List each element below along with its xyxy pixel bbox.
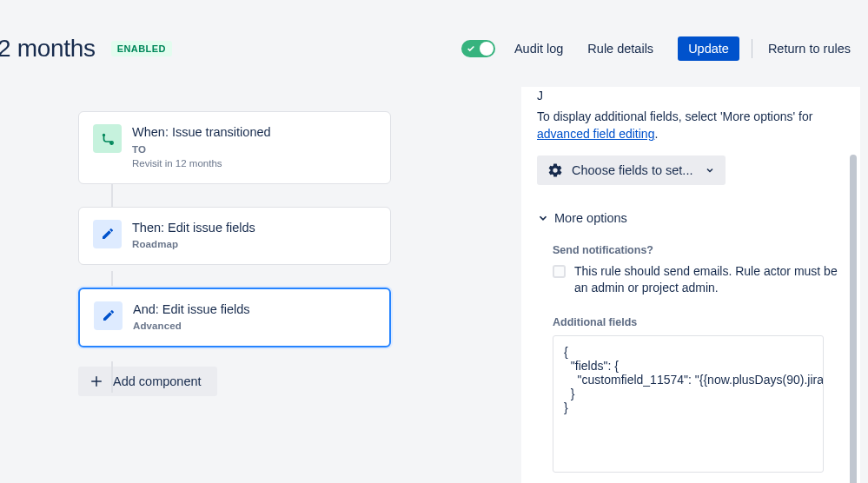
- rule-details-link[interactable]: Rule details: [587, 42, 653, 56]
- rule-chain: When: Issue transitioned TO Revisit in 1…: [78, 111, 391, 396]
- help-suffix: .: [654, 127, 658, 141]
- choose-fields-label: Choose fields to set...: [572, 163, 692, 177]
- trigger-card[interactable]: When: Issue transitioned TO Revisit in 1…: [78, 111, 391, 184]
- divider: [752, 39, 752, 58]
- action-config-panel: J To display additional fields, select '…: [521, 87, 860, 483]
- add-component-button[interactable]: Add component: [78, 367, 217, 396]
- status-badge: ENABLED: [111, 41, 172, 56]
- action-card[interactable]: Then: Edit issue fields Roadmap: [78, 207, 391, 265]
- scrollbar[interactable]: [850, 155, 857, 483]
- trigger-title: When: Issue transitioned: [132, 124, 271, 142]
- help-text: To display additional fields, select 'Mo…: [537, 108, 841, 143]
- gear-icon: [547, 162, 563, 178]
- toggle-knob: [480, 42, 494, 56]
- chevron-down-icon: [537, 212, 549, 224]
- connector: [111, 361, 113, 393]
- audit-log-link[interactable]: Audit log: [514, 42, 563, 56]
- action-sub: Advanced: [133, 320, 250, 334]
- action-title: And: Edit issue fields: [133, 301, 250, 319]
- action-sub: Roadmap: [132, 238, 255, 252]
- additional-fields-textarea[interactable]: { "fields": { "customfield_11574": "{{no…: [553, 335, 824, 473]
- send-notifications-checkbox[interactable]: [553, 265, 566, 278]
- update-button[interactable]: Update: [678, 36, 739, 61]
- action-card-selected[interactable]: And: Edit issue fields Advanced: [78, 288, 391, 347]
- rule-enabled-toggle[interactable]: [461, 40, 495, 57]
- plus-icon: [89, 374, 104, 389]
- more-options-label: More options: [554, 211, 627, 225]
- chevron-down-icon: [705, 165, 715, 175]
- send-notifications-text: This rule should send emails. Rule actor…: [574, 263, 841, 297]
- send-notifications-label: Send notifications?: [553, 244, 841, 256]
- more-options-toggle[interactable]: More options: [537, 211, 841, 225]
- rule-header: 2 months ENABLED Audit log Rule details …: [0, 35, 851, 63]
- pencil-icon: [93, 220, 122, 248]
- action-title: Then: Edit issue fields: [132, 220, 255, 237]
- pencil-icon: [94, 301, 123, 330]
- return-to-rules-link[interactable]: Return to rules: [768, 42, 851, 56]
- advanced-field-editing-link[interactable]: advanced field editing: [537, 127, 654, 141]
- additional-fields-label: Additional fields: [553, 316, 841, 328]
- trigger-destination: Revisit in 12 months: [132, 157, 271, 171]
- rule-title: 2 months: [0, 35, 96, 63]
- help-prefix: To display additional fields, select 'Mo…: [537, 109, 812, 123]
- add-component-label: Add component: [113, 374, 202, 388]
- route-icon: [93, 124, 122, 153]
- choose-fields-button[interactable]: Choose fields to set...: [537, 155, 726, 185]
- trigger-to-label: TO: [132, 143, 271, 157]
- check-icon: [467, 44, 475, 53]
- cutoff-text: J: [537, 89, 543, 103]
